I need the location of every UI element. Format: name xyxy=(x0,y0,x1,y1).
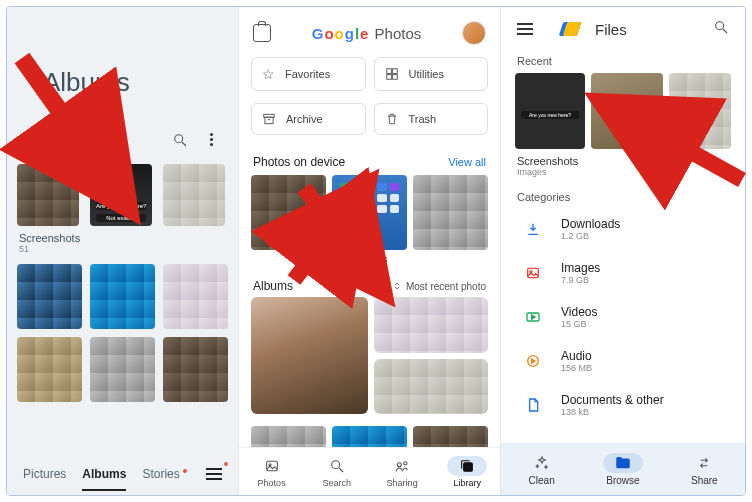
album-small-thumb[interactable] xyxy=(374,297,488,353)
notification-dot xyxy=(183,469,187,473)
svg-rect-2 xyxy=(386,69,391,74)
bottom-nav: Clean Browse Share xyxy=(501,443,745,495)
tab-stories[interactable]: Stories xyxy=(142,467,186,481)
tab-pictures[interactable]: Pictures xyxy=(23,467,66,481)
recent-thumb[interactable]: Are you new here? xyxy=(515,73,585,149)
svg-line-12 xyxy=(339,468,343,472)
category-videos[interactable]: Videos 15 GB xyxy=(511,295,735,339)
nav-browse[interactable]: Browse xyxy=(582,443,663,495)
files-pane: Files Recent Are you new here? Screensho… xyxy=(501,7,745,495)
audio-icon xyxy=(519,347,547,375)
image-icon xyxy=(519,259,547,287)
section-title: Photos on device xyxy=(253,155,345,169)
album-large-thumb[interactable] xyxy=(251,297,368,414)
svg-point-14 xyxy=(404,461,407,464)
album-thumb[interactable] xyxy=(163,264,228,329)
category-name: Audio xyxy=(561,349,592,363)
card-trash[interactable]: Trash xyxy=(374,103,489,135)
notification-dot xyxy=(224,462,228,466)
download-icon xyxy=(519,215,547,243)
app-title: Files xyxy=(595,21,627,38)
device-thumb-screenshots[interactable] xyxy=(332,175,407,250)
card-archive[interactable]: Archive xyxy=(251,103,366,135)
category-name: Videos xyxy=(561,305,597,319)
svg-rect-5 xyxy=(392,75,397,80)
card-favorites[interactable]: ☆Favorites xyxy=(251,57,366,91)
search-icon[interactable] xyxy=(713,19,729,39)
nav-photos[interactable]: Photos xyxy=(239,448,304,495)
svg-rect-18 xyxy=(528,268,539,277)
svg-rect-4 xyxy=(386,75,391,80)
svg-rect-7 xyxy=(265,117,273,123)
menu-icon[interactable] xyxy=(517,23,533,35)
album-thumb[interactable] xyxy=(163,337,228,402)
album-thumb[interactable] xyxy=(90,264,155,329)
svg-rect-3 xyxy=(392,69,397,74)
view-all-link[interactable]: View all xyxy=(448,156,486,168)
avatar[interactable] xyxy=(462,21,486,45)
card-utilities[interactable]: Utilities xyxy=(374,57,489,91)
device-thumb[interactable] xyxy=(251,175,326,250)
category-size: 15 GB xyxy=(561,319,597,329)
sort-control[interactable]: Most recent photo xyxy=(392,281,486,292)
svg-point-11 xyxy=(332,460,340,468)
recent-label: Recent xyxy=(501,45,745,73)
swap-icon xyxy=(696,455,712,471)
categories-list: Downloads 1.2 GB Images 7.9 GB Videos 15… xyxy=(501,207,745,471)
nav-search[interactable]: Search xyxy=(304,448,369,495)
category-size: 138 kB xyxy=(561,407,664,417)
app-title: Google Photos xyxy=(312,25,422,42)
album-thumb[interactable] xyxy=(17,337,82,402)
category-name: Downloads xyxy=(561,217,620,231)
album-name: Screenshots xyxy=(7,226,238,244)
category-documents-other[interactable]: Documents & other 138 kB xyxy=(511,383,735,427)
album-thumb[interactable] xyxy=(90,337,155,402)
more-icon[interactable] xyxy=(204,132,218,146)
tab-albums[interactable]: Albums xyxy=(82,467,126,481)
nav-share[interactable]: Share xyxy=(664,443,745,495)
print-store-icon[interactable] xyxy=(253,24,271,42)
svg-point-0 xyxy=(175,135,183,143)
bottom-nav: Photos Search Sharing Library xyxy=(239,447,500,495)
recent-thumb[interactable] xyxy=(591,73,663,149)
categories-label: Categories xyxy=(501,177,745,207)
category-name: Images xyxy=(561,261,600,275)
category-size: 156 MB xyxy=(561,363,592,373)
album-thumb[interactable] xyxy=(163,164,225,226)
search-icon[interactable] xyxy=(172,132,188,152)
nav-sharing[interactable]: Sharing xyxy=(370,448,435,495)
utilities-icon xyxy=(385,67,399,81)
category-downloads[interactable]: Downloads 1.2 GB xyxy=(511,207,735,251)
archive-icon xyxy=(262,112,276,126)
device-thumb[interactable] xyxy=(413,175,488,250)
album-screenshots[interactable]: Are you new here? Not exactly xyxy=(90,164,152,226)
category-name: Documents & other xyxy=(561,393,664,407)
menu-icon[interactable] xyxy=(206,468,222,480)
files-logo-icon xyxy=(561,22,579,36)
bottom-tabs: Pictures Albums Stories xyxy=(7,453,238,495)
recent-caption-title: Screenshots xyxy=(517,155,729,167)
album-thumb[interactable] xyxy=(17,164,79,226)
category-size: 7.9 GB xyxy=(561,275,600,285)
library-icon xyxy=(459,458,475,474)
google-photos-pane: Google Photos ☆Favorites Utilities Archi… xyxy=(238,7,501,495)
albums-pane: Albums Are you new here? Not exactly Scr… xyxy=(7,7,238,495)
recent-caption-subtitle: Images xyxy=(517,167,729,177)
svg-line-1 xyxy=(182,142,186,146)
video-icon xyxy=(519,303,547,331)
category-audio[interactable]: Audio 156 MB xyxy=(511,339,735,383)
nav-clean[interactable]: Clean xyxy=(501,443,582,495)
nav-library[interactable]: Library xyxy=(435,448,500,495)
album-count: 51 xyxy=(7,244,238,260)
sparkle-icon xyxy=(534,455,550,471)
album-small-thumb[interactable] xyxy=(374,359,488,415)
album-thumb[interactable] xyxy=(17,264,82,329)
category-images[interactable]: Images 7.9 GB xyxy=(511,251,735,295)
page-title: Albums xyxy=(7,7,238,98)
folder-icon xyxy=(614,454,632,472)
category-size: 1.2 GB xyxy=(561,231,620,241)
section-title: Albums xyxy=(253,279,293,293)
sort-icon xyxy=(392,281,402,291)
recent-thumb[interactable] xyxy=(669,73,731,149)
doc-icon xyxy=(519,391,547,419)
